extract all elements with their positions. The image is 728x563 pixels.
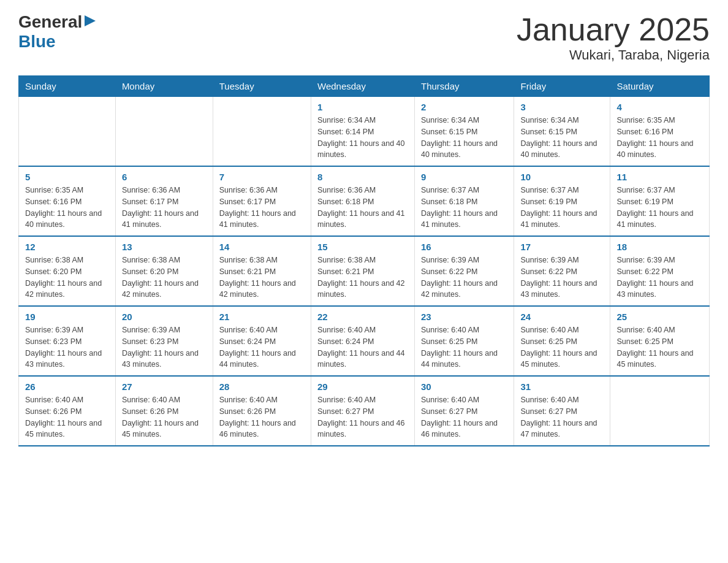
- day-number: 31: [520, 381, 604, 392]
- calendar-cell: 17Sunrise: 6:39 AM Sunset: 6:22 PM Dayli…: [514, 236, 610, 306]
- title-block: January 2025 Wukari, Taraba, Nigeria: [517, 12, 710, 63]
- page-header: General Blue January 2025 Wukari, Taraba…: [18, 12, 710, 63]
- day-number: 4: [616, 102, 703, 112]
- week-row-2: 5Sunrise: 6:35 AM Sunset: 6:16 PM Daylig…: [19, 166, 710, 236]
- calendar-body: 1Sunrise: 6:34 AM Sunset: 6:14 PM Daylig…: [19, 97, 710, 446]
- calendar-cell: 16Sunrise: 6:39 AM Sunset: 6:22 PM Dayli…: [414, 236, 514, 306]
- day-number: 17: [520, 242, 604, 252]
- header-cell-sunday: Sunday: [19, 76, 116, 97]
- calendar-cell: 15Sunrise: 6:38 AM Sunset: 6:21 PM Dayli…: [311, 236, 415, 306]
- header-cell-tuesday: Tuesday: [213, 76, 311, 97]
- calendar-cell: 24Sunrise: 6:40 AM Sunset: 6:25 PM Dayli…: [514, 306, 610, 376]
- day-info: Sunrise: 6:34 AM Sunset: 6:15 PM Dayligh…: [421, 115, 507, 161]
- day-number: 1: [317, 102, 408, 112]
- header-cell-monday: Monday: [115, 76, 213, 97]
- day-info: Sunrise: 6:38 AM Sunset: 6:21 PM Dayligh…: [317, 255, 408, 301]
- day-info: Sunrise: 6:40 AM Sunset: 6:27 PM Dayligh…: [317, 394, 408, 440]
- calendar-cell: 27Sunrise: 6:40 AM Sunset: 6:26 PM Dayli…: [115, 376, 213, 446]
- header-row: SundayMondayTuesdayWednesdayThursdayFrid…: [19, 76, 710, 97]
- day-number: 15: [317, 242, 408, 252]
- day-number: 5: [25, 172, 109, 182]
- calendar-cell: 8Sunrise: 6:36 AM Sunset: 6:18 PM Daylig…: [311, 166, 415, 236]
- day-number: 20: [122, 312, 207, 322]
- header-cell-wednesday: Wednesday: [311, 76, 415, 97]
- calendar-cell: 30Sunrise: 6:40 AM Sunset: 6:27 PM Dayli…: [414, 376, 514, 446]
- logo-icon: General Blue: [18, 12, 97, 52]
- day-info: Sunrise: 6:40 AM Sunset: 6:24 PM Dayligh…: [219, 324, 305, 370]
- header-cell-saturday: Saturday: [610, 76, 710, 97]
- day-number: 12: [25, 242, 109, 252]
- week-row-4: 19Sunrise: 6:39 AM Sunset: 6:23 PM Dayli…: [19, 306, 710, 376]
- calendar-cell: [115, 97, 213, 167]
- day-number: 13: [122, 242, 207, 252]
- week-row-5: 26Sunrise: 6:40 AM Sunset: 6:26 PM Dayli…: [19, 376, 710, 446]
- svg-marker-0: [85, 15, 96, 26]
- calendar-cell: 31Sunrise: 6:40 AM Sunset: 6:27 PM Dayli…: [514, 376, 610, 446]
- day-number: 30: [421, 381, 507, 392]
- day-info: Sunrise: 6:40 AM Sunset: 6:26 PM Dayligh…: [122, 394, 207, 440]
- calendar-cell: 25Sunrise: 6:40 AM Sunset: 6:25 PM Dayli…: [610, 306, 710, 376]
- day-number: 27: [122, 381, 207, 392]
- calendar-cell: 6Sunrise: 6:36 AM Sunset: 6:17 PM Daylig…: [115, 166, 213, 236]
- calendar-cell: 5Sunrise: 6:35 AM Sunset: 6:16 PM Daylig…: [19, 166, 116, 236]
- day-number: 10: [520, 172, 604, 182]
- day-info: Sunrise: 6:36 AM Sunset: 6:17 PM Dayligh…: [219, 185, 305, 231]
- calendar-cell: 12Sunrise: 6:38 AM Sunset: 6:20 PM Dayli…: [19, 236, 116, 306]
- day-info: Sunrise: 6:36 AM Sunset: 6:18 PM Dayligh…: [317, 185, 408, 231]
- day-info: Sunrise: 6:40 AM Sunset: 6:26 PM Dayligh…: [219, 394, 305, 440]
- calendar-cell: 4Sunrise: 6:35 AM Sunset: 6:16 PM Daylig…: [610, 97, 710, 167]
- calendar-cell: 29Sunrise: 6:40 AM Sunset: 6:27 PM Dayli…: [311, 376, 415, 446]
- day-info: Sunrise: 6:40 AM Sunset: 6:25 PM Dayligh…: [520, 324, 604, 370]
- calendar-cell: [610, 376, 710, 446]
- day-info: Sunrise: 6:37 AM Sunset: 6:19 PM Dayligh…: [520, 185, 604, 231]
- calendar-cell: 28Sunrise: 6:40 AM Sunset: 6:26 PM Dayli…: [213, 376, 311, 446]
- calendar-cell: 3Sunrise: 6:34 AM Sunset: 6:15 PM Daylig…: [514, 97, 610, 167]
- day-info: Sunrise: 6:39 AM Sunset: 6:23 PM Dayligh…: [25, 324, 109, 370]
- day-info: Sunrise: 6:39 AM Sunset: 6:22 PM Dayligh…: [421, 255, 507, 301]
- calendar-cell: 19Sunrise: 6:39 AM Sunset: 6:23 PM Dayli…: [19, 306, 116, 376]
- logo-text-blue: Blue: [18, 32, 56, 51]
- day-info: Sunrise: 6:39 AM Sunset: 6:23 PM Dayligh…: [122, 324, 207, 370]
- day-info: Sunrise: 6:38 AM Sunset: 6:21 PM Dayligh…: [219, 255, 305, 301]
- day-info: Sunrise: 6:37 AM Sunset: 6:19 PM Dayligh…: [616, 185, 703, 231]
- calendar-cell: 2Sunrise: 6:34 AM Sunset: 6:15 PM Daylig…: [414, 97, 514, 167]
- calendar-cell: 13Sunrise: 6:38 AM Sunset: 6:20 PM Dayli…: [115, 236, 213, 306]
- day-number: 22: [317, 312, 408, 322]
- logo-arrow-icon: [83, 14, 97, 28]
- day-info: Sunrise: 6:39 AM Sunset: 6:22 PM Dayligh…: [616, 255, 703, 301]
- header-cell-friday: Friday: [514, 76, 610, 97]
- day-number: 2: [421, 102, 507, 112]
- day-info: Sunrise: 6:38 AM Sunset: 6:20 PM Dayligh…: [25, 255, 109, 301]
- day-number: 19: [25, 312, 109, 322]
- logo-text-general: General: [18, 12, 82, 32]
- day-number: 29: [317, 381, 408, 392]
- day-number: 23: [421, 312, 507, 322]
- calendar-cell: 26Sunrise: 6:40 AM Sunset: 6:26 PM Dayli…: [19, 376, 116, 446]
- calendar-table: SundayMondayTuesdayWednesdayThursdayFrid…: [18, 75, 710, 446]
- location: Wukari, Taraba, Nigeria: [517, 47, 710, 63]
- day-info: Sunrise: 6:40 AM Sunset: 6:24 PM Dayligh…: [317, 324, 408, 370]
- calendar-cell: 20Sunrise: 6:39 AM Sunset: 6:23 PM Dayli…: [115, 306, 213, 376]
- day-number: 3: [520, 102, 604, 112]
- calendar-cell: [213, 97, 311, 167]
- day-number: 28: [219, 381, 305, 392]
- header-cell-thursday: Thursday: [414, 76, 514, 97]
- day-info: Sunrise: 6:40 AM Sunset: 6:27 PM Dayligh…: [520, 394, 604, 440]
- day-number: 18: [616, 242, 703, 252]
- day-number: 9: [421, 172, 507, 182]
- day-number: 26: [25, 381, 109, 392]
- day-info: Sunrise: 6:40 AM Sunset: 6:26 PM Dayligh…: [25, 394, 109, 440]
- day-info: Sunrise: 6:34 AM Sunset: 6:14 PM Dayligh…: [317, 115, 408, 161]
- month-title: January 2025: [517, 12, 710, 47]
- day-info: Sunrise: 6:37 AM Sunset: 6:18 PM Dayligh…: [421, 185, 507, 231]
- calendar-header: SundayMondayTuesdayWednesdayThursdayFrid…: [19, 76, 710, 97]
- calendar-cell: 1Sunrise: 6:34 AM Sunset: 6:14 PM Daylig…: [311, 97, 415, 167]
- calendar-cell: 22Sunrise: 6:40 AM Sunset: 6:24 PM Dayli…: [311, 306, 415, 376]
- calendar-cell: [19, 97, 116, 167]
- logo: General Blue: [18, 12, 97, 52]
- day-info: Sunrise: 6:34 AM Sunset: 6:15 PM Dayligh…: [520, 115, 604, 161]
- day-info: Sunrise: 6:35 AM Sunset: 6:16 PM Dayligh…: [25, 185, 109, 231]
- day-number: 14: [219, 242, 305, 252]
- calendar-cell: 21Sunrise: 6:40 AM Sunset: 6:24 PM Dayli…: [213, 306, 311, 376]
- calendar-cell: 7Sunrise: 6:36 AM Sunset: 6:17 PM Daylig…: [213, 166, 311, 236]
